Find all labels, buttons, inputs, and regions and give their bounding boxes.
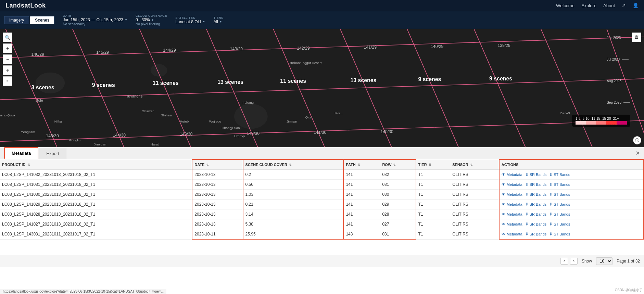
satellites-filter[interactable]: SATELLITES Landsat 8 OLI ▼: [175, 16, 205, 24]
timeline-sep-label: Sep 2023: [607, 101, 621, 104]
st-bands-label: ST Bands: [554, 222, 570, 226]
close-panel-btn[interactable]: ✕: [635, 150, 640, 156]
cloud-filter-value: 0 - 30% ▼: [136, 17, 167, 22]
satellites-filter-value: Landsat 8 OLI ▼: [175, 20, 205, 24]
cell-actions: 👁 Metadata ⬇ SR Bands ⬇ ST Bands: [499, 219, 644, 229]
st-bands-label: ST Bands: [554, 232, 570, 236]
metadata-link[interactable]: 👁 Metadata: [502, 182, 522, 187]
cell-sensor: OLITIRS: [450, 170, 499, 180]
scenes-table: PRODUCT ID ⇅ DATE ⇅ SCENE CLOUD COVER ⇅: [0, 159, 644, 240]
map-imagery-btn[interactable]: 🖼: [632, 33, 641, 42]
tab-export[interactable]: Export: [39, 148, 66, 159]
date-filter[interactable]: DATE Jun 15th, 2023 — Oct 15th, 2023 ▼ N…: [63, 14, 127, 26]
cell-tier: T1: [416, 209, 451, 219]
next-page-btn[interactable]: ›: [570, 258, 578, 265]
st-bands-link[interactable]: ⬇ ST Bands: [549, 232, 570, 237]
header-nav: Welcome Explore About ↗ 👤: [556, 3, 639, 8]
metadata-link[interactable]: 👁 Metadata: [502, 202, 522, 207]
zoom-in-btn[interactable]: +: [3, 43, 12, 53]
download-st-icon: ⬇: [549, 212, 553, 217]
map-container[interactable]: 146/29 145/29 144/29 143/29 142/29 141/2…: [0, 29, 644, 147]
col-product-id[interactable]: PRODUCT ID ⇅: [0, 159, 192, 170]
st-bands-link[interactable]: ⬇ ST Bands: [549, 202, 570, 207]
location-btn[interactable]: ⊕: [3, 65, 12, 75]
show-select[interactable]: 10 25 50: [596, 257, 613, 265]
col-row[interactable]: ROW ⇅: [380, 159, 416, 170]
col-cloud-cover[interactable]: SCENE CLOUD COVER ⇅: [243, 159, 344, 170]
svg-point-1: [36, 73, 65, 93]
share-icon[interactable]: ↗: [622, 3, 626, 8]
cell-row: 030: [380, 190, 416, 200]
sr-bands-label: SR Bands: [530, 172, 547, 177]
tab-metadata[interactable]: Metadata: [4, 147, 38, 159]
layers-btn[interactable]: ≡: [3, 76, 12, 86]
svg-point-3: [234, 104, 268, 129]
col-sensor[interactable]: SENSOR ⇅: [450, 159, 499, 170]
col-tier[interactable]: TIER ⇅: [416, 159, 451, 170]
prev-page-btn[interactable]: ‹: [560, 258, 568, 265]
sr-bands-link[interactable]: ⬇ SR Bands: [525, 172, 547, 177]
svg-text:143/29: 143/29: [230, 47, 243, 51]
st-bands-link[interactable]: ⬇ ST Bands: [549, 172, 570, 177]
tiers-filter[interactable]: TIERS All ▼: [213, 16, 223, 24]
cell-date: 2023-10-13: [192, 209, 243, 219]
eye-icon: 👁: [502, 172, 506, 177]
col-path[interactable]: PATH ⇅: [343, 159, 380, 170]
cell-actions: 👁 Metadata ⬇ SR Bands ⬇ ST Bands: [499, 180, 644, 190]
col-date[interactable]: DATE ⇅: [192, 159, 243, 170]
cell-tier: T1: [416, 219, 451, 229]
tiers-filter-value: All ▼: [213, 20, 223, 24]
svg-text:Urümqi: Urümqi: [234, 134, 245, 138]
tab-scenes[interactable]: Scenes: [30, 16, 54, 24]
metadata-link[interactable]: 👁 Metadata: [502, 232, 522, 237]
download-st-icon: ⬇: [549, 232, 553, 237]
st-bands-link[interactable]: ⬇ ST Bands: [549, 182, 570, 187]
svg-text:141/30: 141/30: [314, 130, 327, 135]
svg-text:Barköl: Barköl: [560, 111, 570, 115]
satellites-filter-label: SATELLITES: [175, 16, 205, 20]
svg-text:146/29: 146/29: [31, 52, 45, 57]
nav-explore[interactable]: Explore: [581, 3, 596, 8]
sr-bands-link[interactable]: ⬇ SR Bands: [525, 222, 547, 227]
metadata-link[interactable]: 👁 Metadata: [502, 212, 522, 217]
metadata-link[interactable]: 👁 Metadata: [502, 192, 522, 197]
st-bands-link[interactable]: ⬇ ST Bands: [549, 192, 570, 197]
cell-sensor: OLITIRS: [450, 180, 499, 190]
zoom-out-btn[interactable]: −: [3, 54, 12, 64]
search-map-btn[interactable]: 🔍: [3, 33, 12, 42]
pagination-nav: ‹ ›: [560, 258, 578, 265]
table-footer: ‹ › Show 10 25 50 Page 1 of 32: [0, 255, 644, 267]
svg-text:139/29: 139/29: [498, 43, 511, 48]
svg-text:11 scenes: 11 scenes: [153, 80, 179, 86]
sr-bands-link[interactable]: ⬇ SR Bands: [525, 202, 547, 207]
cell-tier: T1: [416, 200, 451, 209]
metadata-label: Metadata: [507, 222, 522, 226]
user-icon[interactable]: 👤: [633, 3, 639, 8]
download-sr-icon: ⬇: [525, 202, 529, 207]
sr-bands-link[interactable]: ⬇ SR Bands: [525, 232, 547, 237]
svg-text:142/30: 142/30: [247, 131, 260, 136]
table-container[interactable]: PRODUCT ID ⇅ DATE ⇅ SCENE CLOUD COVER ⇅: [0, 159, 644, 255]
table-section: PRODUCT ID ⇅ DATE ⇅ SCENE CLOUD COVER ⇅: [0, 159, 644, 294]
metadata-link[interactable]: 👁 Metadata: [502, 222, 522, 227]
cell-product-id: LC08_L2SP_141030_20231013_20231018_02_T1: [0, 190, 192, 200]
map-info-btn[interactable]: ⓘ: [633, 136, 641, 144]
cloud-filter[interactable]: CLOUD COVERAGE 0 - 30% ▼ No pixel filter…: [136, 14, 167, 26]
st-bands-link[interactable]: ⬇ ST Bands: [549, 212, 570, 217]
download-sr-icon: ⬇: [525, 182, 529, 187]
nav-welcome[interactable]: Welcome: [556, 3, 574, 8]
svg-text:142/29: 142/29: [297, 46, 310, 51]
tab-imagery[interactable]: Imagery: [4, 16, 29, 24]
eye-icon: 👁: [502, 222, 506, 227]
sr-bands-link[interactable]: ⬇ SR Bands: [525, 192, 547, 197]
cell-row: 027: [380, 219, 416, 229]
sr-bands-link[interactable]: ⬇ SR Bands: [525, 182, 547, 187]
sr-bands-link[interactable]: ⬇ SR Bands: [525, 212, 547, 217]
svg-point-2: [151, 64, 167, 77]
cell-cloud-cover: 5.38: [243, 219, 344, 229]
nav-about[interactable]: About: [603, 3, 615, 8]
metadata-link[interactable]: 👁 Metadata: [502, 172, 522, 177]
svg-text:144/29: 144/29: [163, 48, 176, 53]
st-bands-link[interactable]: ⬇ ST Bands: [549, 222, 570, 227]
map-svg: 146/29 145/29 144/29 143/29 142/29 141/2…: [0, 29, 644, 147]
